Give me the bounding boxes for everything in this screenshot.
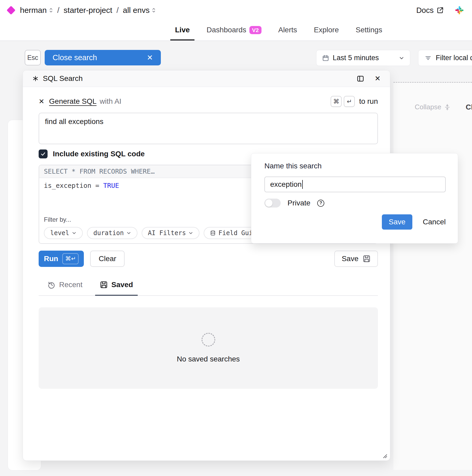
clear-button[interactable]: Clear [90, 251, 125, 267]
panel-header: SQL Search ✕ [23, 70, 390, 87]
private-row: Private ? [264, 199, 446, 208]
ai-prompt-input[interactable]: find all exceptions [39, 113, 378, 144]
clipped-button[interactable]: Cl [466, 103, 472, 111]
run-shortcut-hint: ⌘ ↵ to run [331, 96, 378, 107]
v2-badge: V2 [249, 26, 261, 34]
run-button[interactable]: Run ⌘↵ [39, 251, 84, 267]
updown-chevron-icon [152, 7, 156, 13]
floppy-save-icon [363, 255, 371, 263]
breadcrumb-separator: / [116, 6, 119, 15]
sql-keyword: TRUE [103, 182, 119, 189]
cmd-key-icon: ⌘ [331, 96, 342, 107]
checkmark-icon [40, 151, 46, 157]
tab-settings[interactable]: Settings [351, 20, 387, 40]
org-selector[interactable]: herman [20, 6, 53, 15]
enter-key-icon: ↵ [344, 96, 355, 107]
toggle-knob [265, 199, 273, 207]
chart-area-background [393, 82, 472, 470]
nav-tabs: Live Dashboards V2 Alerts Explore Settin… [170, 20, 387, 40]
modal-actions: Save Cancel [264, 214, 446, 230]
tab-saved[interactable]: Saved [95, 281, 138, 296]
dismiss-generate-icon[interactable]: ✕ [39, 97, 44, 106]
collapse-vertical-icon [444, 104, 451, 111]
tab-alerts[interactable]: Alerts [274, 20, 302, 40]
private-toggle[interactable] [264, 199, 281, 208]
save-search-button[interactable]: Save [334, 251, 378, 267]
search-name-input[interactable]: exception [264, 177, 446, 192]
brand-logo-icon[interactable] [7, 6, 16, 15]
side-panel-icon[interactable] [357, 75, 364, 82]
text-cursor [302, 180, 303, 189]
empty-saved-searches: No saved searches [39, 307, 378, 389]
env-selector[interactable]: all envs [123, 6, 156, 15]
close-icon: ✕ [147, 53, 153, 62]
generate-sql-link[interactable]: Generate SQL [49, 97, 97, 106]
esc-key-hint: Esc [25, 50, 41, 65]
tab-explore[interactable]: Explore [309, 20, 343, 40]
chip-ai-filters[interactable]: AI Filters [142, 227, 200, 239]
sql-search-panel: SQL Search ✕ ✕ Generate SQL with AI ⌘ ↵ … [23, 70, 390, 461]
filter-icon [425, 55, 432, 61]
calendar-icon [322, 55, 329, 61]
run-shortcut-badge: ⌘↵ [62, 253, 79, 264]
resize-handle-icon[interactable] [383, 454, 387, 458]
name-search-modal: Name this search exception Private ? Sav… [251, 153, 458, 244]
chip-level[interactable]: level [44, 227, 83, 239]
help-icon[interactable]: ? [317, 200, 324, 207]
empty-state-label: No saved searches [177, 355, 240, 363]
project-name[interactable]: starter-project [64, 6, 112, 15]
close-panel-icon[interactable]: ✕ [374, 74, 381, 83]
history-clock-icon [48, 281, 55, 289]
asterisk-icon [32, 75, 39, 82]
time-range-dropdown[interactable]: Last 5 minutes [316, 50, 410, 66]
breadcrumb: herman / starter-project / all envs [8, 0, 156, 20]
external-link-icon [437, 7, 444, 14]
saved-search-tabs: Recent Saved [39, 281, 378, 296]
private-label: Private [288, 199, 310, 207]
chevron-down-icon [126, 231, 131, 235]
empty-state-circle-icon [202, 333, 215, 346]
chevron-down-icon [72, 231, 76, 235]
breadcrumb-separator: / [57, 6, 59, 15]
collapse-control[interactable]: Collapse [415, 103, 451, 111]
close-search-button[interactable]: Close search ✕ [45, 50, 161, 65]
floppy-saved-icon [100, 281, 108, 289]
chevron-down-icon [188, 231, 193, 235]
generate-sql-row: ✕ Generate SQL with AI ⌘ ↵ to run [39, 96, 378, 107]
nav-tab-bar: Live Dashboards V2 Alerts Explore Settin… [0, 20, 472, 41]
tab-recent[interactable]: Recent [43, 281, 87, 296]
actions-row: Run ⌘↵ Clear Save [39, 251, 378, 267]
top-bar: herman / starter-project / all envs Docs [0, 0, 472, 20]
panel-title: SQL Search [32, 74, 83, 83]
database-icon [210, 230, 216, 236]
topbar-right: Docs [416, 0, 464, 20]
updown-chevron-icon [49, 7, 53, 13]
modal-cancel-button[interactable]: Cancel [423, 218, 446, 226]
org-name: herman [20, 6, 47, 15]
chevron-down-icon [399, 55, 404, 61]
modal-save-button[interactable]: Save [382, 214, 412, 230]
include-sql-checkbox[interactable] [39, 149, 48, 158]
tab-dashboards[interactable]: Dashboards V2 [202, 20, 266, 40]
with-ai-label: with AI [100, 97, 121, 106]
filter-local-data-control[interactable]: Filter local da [418, 50, 472, 66]
docs-link[interactable]: Docs [416, 6, 444, 15]
include-sql-label: Include existing SQL code [53, 150, 145, 158]
chip-duration[interactable]: duration [87, 227, 137, 239]
modal-title: Name this search [264, 162, 446, 170]
panel-header-icons: ✕ [357, 74, 381, 83]
slack-icon[interactable] [455, 6, 464, 14]
tab-live[interactable]: Live [170, 20, 194, 40]
